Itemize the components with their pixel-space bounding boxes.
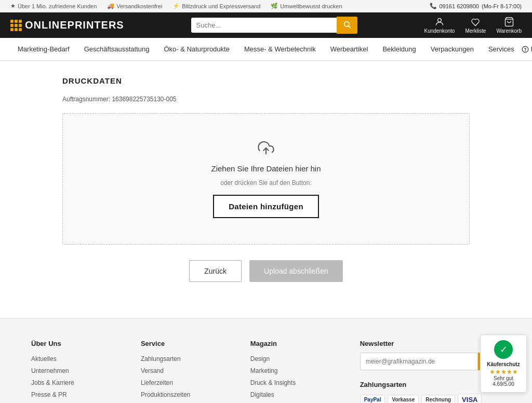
topbar-right: 📞 09161 6209800 (Mo-Fr 8-17:00) xyxy=(430,3,522,9)
search-bar[interactable] xyxy=(191,17,357,34)
add-files-button[interactable]: Dateien hinzufügen xyxy=(213,195,319,218)
order-number-value: 163698225735130-005 xyxy=(112,96,176,103)
topbar-customers-text: Über 1 Mio. zufriedene Kunden xyxy=(18,3,97,9)
warenkorb-label: Warenkorb xyxy=(496,28,522,34)
logo-grid-icon xyxy=(10,20,22,31)
footer-design[interactable]: Design xyxy=(250,355,270,362)
action-buttons: Zurück Upload abschließen xyxy=(62,260,470,282)
upload-or-text: oder drücken Sie auf den Button: xyxy=(78,179,454,186)
footer-versand[interactable]: Versand xyxy=(141,367,164,374)
lightning-icon: ⚡ xyxy=(172,3,180,9)
svg-point-0 xyxy=(344,22,349,26)
footer-about-heading: Über Uns xyxy=(31,340,125,347)
paypal-badge: PayPal xyxy=(360,395,385,403)
svg-point-4 xyxy=(522,46,528,52)
main-nav: Marketing-Bedarf Geschäftsausstattung Ök… xyxy=(0,38,532,61)
topbar-item-express: ⚡ Blitzdruck und Expressversand xyxy=(172,3,260,9)
footer-magazin-heading: Magazin xyxy=(250,340,344,347)
footer-lieferzeiten[interactable]: Lieferzeiten xyxy=(141,379,173,386)
upload-icon xyxy=(78,140,454,158)
trust-rating-text: Sehr gut xyxy=(486,375,521,381)
svg-line-1 xyxy=(349,26,351,28)
svg-point-5 xyxy=(525,50,525,51)
nav-geschaeftsausstattung[interactable]: Geschäftsausstattung xyxy=(77,38,157,60)
nav-verpackungen[interactable]: Verpackungen xyxy=(423,38,481,60)
leaf-icon: 🌿 xyxy=(271,3,278,9)
trust-score: 4.69/5.00 xyxy=(486,381,521,387)
search-input[interactable] xyxy=(191,18,337,33)
main-content: DRUCKDATEN Auftragsnummer: 1636982257351… xyxy=(0,61,532,298)
nav-messe-werbetechnik[interactable]: Messe- & Werbetechnik xyxy=(237,38,323,60)
kundenkonto-label: Kundenkonto xyxy=(424,28,455,34)
nav-werbeartikel[interactable]: Werbeartikel xyxy=(323,38,376,60)
footer-jobs[interactable]: Jobs & Karriere xyxy=(31,379,74,386)
footer-service-list: Zahlungsarten Versand Lieferzeiten Produ… xyxy=(141,355,235,403)
header-icons: Kundenkonto Merkliste Warenkorb xyxy=(424,17,522,34)
merkliste-label: Merkliste xyxy=(465,28,486,34)
footer-marketing[interactable]: Marketing xyxy=(250,367,278,374)
svg-point-2 xyxy=(438,18,442,22)
merkliste-link[interactable]: Merkliste xyxy=(465,17,486,34)
topbar-eco-text: Umweltbewusst drucken xyxy=(280,3,342,9)
top-bar: ★ Über 1 Mio. zufriedene Kunden 🚚 Versan… xyxy=(0,0,532,12)
footer-presse[interactable]: Presse & PR xyxy=(31,391,67,398)
upload-drag-text: Ziehen Sie Ihre Dateien hier hin xyxy=(78,164,454,173)
cart-icon xyxy=(504,17,514,27)
search-icon xyxy=(343,20,351,29)
visa-badge: VISA xyxy=(458,394,482,403)
phone-icon: 📞 xyxy=(430,3,437,9)
rechnung-badge: Rechnung xyxy=(421,395,455,403)
kundenkonto-link[interactable]: Kundenkonto xyxy=(424,17,455,34)
logo-text: ONLINEPRINTERS xyxy=(25,19,124,31)
topbar-express-text: Blitzdruck und Expressversand xyxy=(182,3,260,9)
warenkorb-link[interactable]: Warenkorb xyxy=(496,17,522,34)
topbar-item-eco: 🌿 Umweltbewusst drucken xyxy=(271,3,342,9)
topbar-item-shipping: 🚚 Versandkostenfrei xyxy=(107,3,162,9)
footer-col-service: Service Zahlungsarten Versand Lieferzeit… xyxy=(141,340,235,403)
nav-help[interactable]: Hilfe xyxy=(522,45,532,53)
newsletter-input[interactable] xyxy=(360,353,478,370)
trust-stars: ★★★★★ xyxy=(486,368,521,375)
user-icon xyxy=(434,17,445,27)
footer-zahlungsarten[interactable]: Zahlungsarten xyxy=(141,355,181,362)
payment-icons: PayPal Vorkasse Rechnung VISA Mastercard… xyxy=(360,394,501,403)
topbar-shipping-text: Versandkostenfrei xyxy=(116,3,162,9)
footer-digitales[interactable]: Digitales xyxy=(250,391,274,398)
header: ONLINEPRINTERS Kundenkonto Merkliste War… xyxy=(0,12,532,38)
order-label: Auftragsnummer: xyxy=(62,96,110,103)
footer: Über Uns Aktuelles Unternehmen Jobs & Ka… xyxy=(0,318,532,403)
footer-service-heading: Service xyxy=(141,340,235,347)
upload-dropzone[interactable]: Ziehen Sie Ihre Dateien hier hin oder dr… xyxy=(62,113,470,245)
footer-magazin-list: Design Marketing Druck & Insights Digita… xyxy=(250,355,344,403)
footer-col-magazin: Magazin Design Marketing Druck & Insight… xyxy=(250,340,344,403)
footer-unternehmen[interactable]: Unternehmen xyxy=(31,367,69,374)
order-number: Auftragsnummer: 163698225735130-005 xyxy=(62,96,470,103)
logo[interactable]: ONLINEPRINTERS xyxy=(10,19,124,31)
top-bar-left: ★ Über 1 Mio. zufriedene Kunden 🚚 Versan… xyxy=(10,3,342,9)
complete-upload-button[interactable]: Upload abschließen xyxy=(249,260,343,282)
phone-hours: (Mo-Fr 8-17:00) xyxy=(482,3,522,9)
trust-shield-icon: ✓ xyxy=(494,340,513,359)
trust-badge-label: Käuferschutz xyxy=(486,361,521,367)
wishlist-icon xyxy=(470,17,481,27)
footer-druck-insights[interactable]: Druck & Insights xyxy=(250,379,296,386)
footer-aktuelles[interactable]: Aktuelles xyxy=(31,355,57,362)
section-title: DRUCKDATEN xyxy=(62,76,470,85)
footer-grid: Über Uns Aktuelles Unternehmen Jobs & Ka… xyxy=(31,340,501,403)
topbar-item-customers: ★ Über 1 Mio. zufriedene Kunden xyxy=(10,3,97,9)
truck-icon: 🚚 xyxy=(107,3,114,9)
nav-marketing-bedarf[interactable]: Marketing-Bedarf xyxy=(10,38,77,60)
footer-produktionszeiten[interactable]: Produktionszeiten xyxy=(141,391,190,398)
vorkasse-badge: Vorkasse xyxy=(388,395,419,403)
back-button[interactable]: Zurück xyxy=(189,260,242,282)
footer-col-about: Über Uns Aktuelles Unternehmen Jobs & Ka… xyxy=(31,340,125,403)
nav-services[interactable]: Services xyxy=(481,38,522,60)
nav-oeko-naturprodukte[interactable]: Öko- & Naturprodukte xyxy=(156,38,236,60)
search-button[interactable] xyxy=(337,17,357,34)
nav-bekleidung[interactable]: Bekleidung xyxy=(375,38,423,60)
footer-about-list: Aktuelles Unternehmen Jobs & Karriere Pr… xyxy=(31,355,125,403)
phone-number: 09161 6209800 xyxy=(440,3,479,9)
help-icon xyxy=(522,46,529,53)
star-icon: ★ xyxy=(10,3,16,9)
trust-badge: ✓ Käuferschutz ★★★★★ Sehr gut 4.69/5.00 xyxy=(480,334,527,393)
